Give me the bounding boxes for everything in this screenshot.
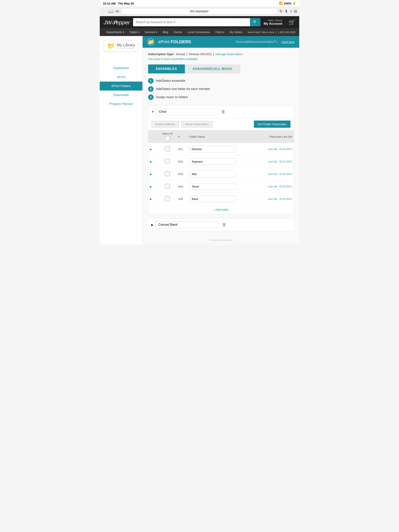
row-001-num: 001 [177,143,188,155]
nav-local-connections[interactable]: Local Connections [185,28,212,36]
row-001-checkbox[interactable] [165,146,170,151]
step-2: 2 Add/Select one folder for each member [148,86,294,92]
subscription-type: Annual [176,52,185,56]
main-layout: 📁 My Library BY: J.W. PEPPER Dashboard e… [100,36,299,245]
empty-folders-button[interactable]: Empty Folder(s) [151,121,179,127]
status-bar: 10:12 AM Thu May 20 📶 100% 🔋 [100,0,299,7]
sidebar-item-dashboard[interactable]: Dashboard [100,64,142,73]
step-1: 1 Add/Select ensemble [148,78,294,83]
tab-assign-recall[interactable]: ASSIGN/RECALL MUSIC [185,64,240,73]
row-004-expand[interactable]: ▶ [150,185,152,188]
get-passcodes-button[interactable]: Get Folder Passcodes [254,120,290,128]
table-row: ▶ 005 Last Set 05.20.2021 [148,193,294,205]
click-here-link[interactable]: Click here [282,40,295,44]
concert-band-delete-icon[interactable]: 🗑 [222,222,226,227]
browser-actions: ↻ ⬆ + ⧉ [279,9,297,14]
my-account-link[interactable]: My Account [264,22,282,26]
row-002-passcode: Last Set 05.20.2021 [256,155,294,168]
subscription-row: Subscription Type: Annual | Renews 05/13… [148,52,294,56]
sidebar-library-icon: 📁 [107,42,115,50]
cart-icon[interactable]: 🛒 [289,19,295,25]
nav-faqs[interactable]: FAQs ▾ [212,28,227,36]
subscription-available: You have 6 more ensembles available. [148,57,294,61]
folder-table: Select All # Folder Name Passcode Last S… [148,130,294,205]
search-bar: 🔍 [133,18,260,26]
nav-events[interactable]: Events [171,28,185,36]
search-button[interactable]: 🔍 [250,18,260,26]
subscription-renews: Renews 05/13/22 [189,52,212,56]
site-logo[interactable]: JW𝒫epper [104,19,130,26]
concert-band-expand-toggle[interactable]: ▶ [151,223,154,227]
sidebar-logo-sub: BY: J.W. PEPPER [117,47,135,49]
step-2-text: Add/Select one folder for each member [156,87,210,91]
share-button[interactable]: ⬆ [285,9,288,14]
folder-name-col-header: Folder Name [188,130,256,143]
nav-blog[interactable]: Blog [160,28,171,36]
nav-digital[interactable]: Digital ▾ [127,28,142,36]
row-003-checkbox[interactable] [165,171,170,176]
add-folder-button[interactable]: + Add folder [213,208,229,211]
content-inner: Subscription Type: Annual | Renews 05/13… [143,48,299,236]
expand-col-header [148,130,158,143]
row-004-name-input[interactable] [189,183,236,190]
status-icons: 📶 100% 🔋 [279,1,296,5]
row-001-name-input[interactable] [189,146,236,152]
step-2-num: 2 [148,86,154,92]
select-all-checkbox[interactable] [165,136,170,141]
nav-services[interactable]: Services ▾ [142,28,160,36]
row-002-checkbox[interactable] [165,159,170,164]
nav-departments[interactable]: Departments ▾ [104,28,127,36]
browser-nav[interactable]: ‹ › [102,9,106,14]
row-004-num: 004 [177,180,188,193]
aa-label[interactable]: AA [115,10,119,13]
row-005-checkbox[interactable] [165,196,170,201]
row-002-name-input[interactable] [189,158,236,165]
nav-items: Departments ▾ Digital ▾ Services ▾ Blog … [104,28,245,36]
choir-collapse-toggle[interactable]: ▼ [151,110,154,113]
manage-subscription-link[interactable]: Manage Subscription [215,52,243,56]
tab-ensembles[interactable]: ENSEMBLES [148,64,185,73]
concert-band-name-input[interactable] [156,221,218,228]
row-003-name-input[interactable] [189,171,236,177]
account-area: Hello, Rocco My Account [264,19,282,26]
sidebar-item-eprint-folders[interactable]: ePrint Folders [100,82,142,90]
choir-ensemble-header: ▼ 🗑 [148,106,294,118]
url-bar[interactable] [121,8,277,14]
tabs-button[interactable]: ⧉ [294,9,297,14]
folder-toolbar: Empty Folder(s) Reset Passcode(s) Get Fo… [148,118,294,130]
sidebar-item-program-planner[interactable]: Program Planner [100,100,142,108]
greeting-text: Hello, Rocco [264,19,282,22]
row-002-expand[interactable]: ▶ [150,160,152,163]
steps: 1 Add/Select ensemble 2 Add/Select one f… [148,78,294,100]
reset-passcodes-button[interactable]: Reset Passcode(s) [181,121,212,127]
row-005-name-input[interactable] [189,196,236,202]
choir-delete-icon[interactable]: 🗑 [221,109,225,114]
row-005-passcode: Last Set 05.20.2021 [256,193,294,205]
search-input[interactable] [133,19,250,26]
reload-button[interactable]: ↻ [279,9,283,14]
subscription-sep2: | [213,52,214,56]
row-003-passcode: Last Set 05.20.2021 [256,168,294,180]
battery-icon: 🔋 [292,1,296,5]
row-004-checkbox[interactable] [165,184,170,189]
row-003-expand[interactable]: ▶ [150,172,152,176]
reader-mode-button[interactable]: 📖 [108,9,113,14]
step-3-num: 3 [148,95,154,100]
new-tab-button[interactable]: + [290,9,292,14]
row-001-expand[interactable]: ▶ [150,148,152,151]
row-004-passcode: Last Set 05.20.2021 [256,180,294,193]
passcode-col-header: Passcode Last Set [256,130,294,143]
forward-button[interactable]: › [105,9,106,14]
nav-my-library[interactable]: My Library [227,28,245,36]
back-button[interactable]: ‹ [102,9,103,14]
wifi-icon: 📶 [279,1,283,5]
tabs: ENSEMBLES ASSIGN/RECALL MUSIC [148,64,294,73]
sidebar-item-downloads[interactable]: Downloads [100,90,142,100]
row-005-expand[interactable]: ▶ [150,197,152,201]
table-row: ▶ 001 Last Set 05.20.2021 [148,143,294,155]
time-display: 10:12 AM [103,2,116,5]
sidebar-item-eprint[interactable]: ePrint [100,73,142,82]
row-005-num: 005 [177,193,188,205]
choir-name-input[interactable] [156,108,219,115]
row-001-passcode: Last Set 05.20.2021 [256,143,294,155]
